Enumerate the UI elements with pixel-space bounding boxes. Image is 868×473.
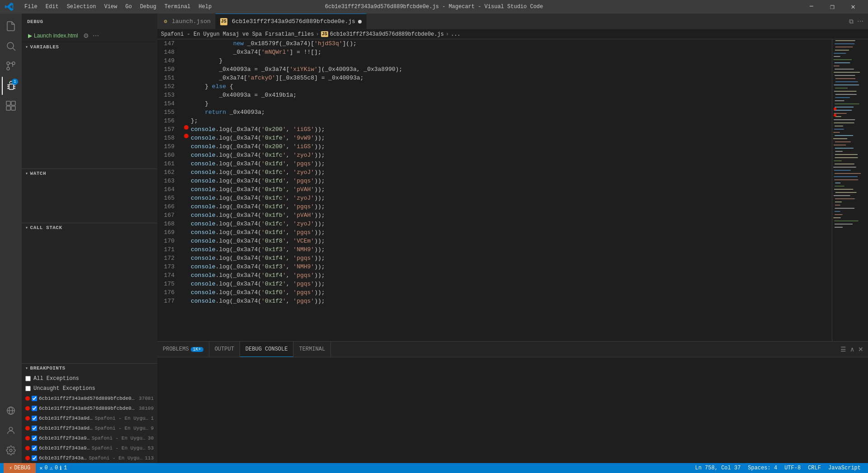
debug-icon[interactable]: 1	[2, 77, 20, 95]
menu-file[interactable]: File	[21, 3, 41, 11]
indentation[interactable]: Spaces: 4	[744, 465, 781, 471]
line-number: 162	[159, 168, 182, 177]
bp-checkbox-3[interactable]	[32, 416, 37, 421]
breakpoint-item[interactable]: 6cb1e31ff2f343a9d576d889bfcbde0e.js Spaf…	[22, 453, 157, 463]
bp-checkbox-2[interactable]	[32, 406, 37, 411]
language-mode[interactable]: JavaScript	[825, 465, 864, 471]
menu-edit[interactable]: Edit	[42, 3, 62, 11]
encoding[interactable]: UTF-8	[781, 465, 804, 471]
extensions-icon[interactable]	[2, 97, 20, 115]
minimize-button[interactable]: −	[801, 0, 822, 14]
settings-gear-button[interactable]: ⚙	[82, 31, 90, 40]
settings-icon[interactable]	[2, 441, 20, 459]
bp-checkbox-4[interactable]	[32, 426, 37, 431]
bp-checkbox-6[interactable]	[32, 445, 37, 451]
breakpoint-item[interactable]: 6cb1e31ff2f343a9d576d889bfcbde0e_beautif…	[22, 403, 157, 413]
remote-icon[interactable]	[2, 402, 20, 420]
minimap[interactable]	[832, 39, 868, 341]
menu-help[interactable]: Help	[195, 3, 215, 11]
breakpoint-item[interactable]: 6cb1e31ff2f343a9d576d889bfcbde0e.js Spaf…	[22, 433, 157, 443]
callstack-header[interactable]: ▾ CALL STACK	[22, 223, 157, 232]
uncaught-exceptions-checkbox[interactable]	[25, 386, 31, 391]
line-content: console.log(_0x3a74('0x1fb', 'pVAH'));	[191, 211, 832, 220]
line-content: console.log(_0x3a74('0x1f4', 'pgqs'));	[191, 254, 832, 262]
bp-checkbox-7[interactable]	[32, 455, 37, 461]
line-number: 167	[159, 211, 182, 220]
code-editor: 147 new _0x18579f(_0x3a74)['hjdS3q']();1…	[157, 39, 868, 341]
menu-terminal[interactable]: Terminal	[161, 3, 194, 11]
cursor-position[interactable]: Ln 758, Col 37	[692, 465, 745, 471]
code-content[interactable]: 147 new _0x18579f(_0x3a74)['hjdS3q']();1…	[157, 39, 832, 341]
panel-tab-terminal[interactable]: TERMINAL	[293, 342, 331, 357]
line-content: console.log(_0x3a74('0x1f0', 'pgqs'));	[191, 288, 832, 297]
svg-rect-14	[11, 101, 15, 105]
bp-line-6: 53	[148, 445, 154, 451]
play-icon: ▶	[28, 33, 32, 39]
breakpoint-item[interactable]: 6cb1e31ff2f343a9d576d889bfcbde0e.js Spaf…	[22, 423, 157, 433]
tab-label-js: 6cb1e31ff2f343a9d576d889bfcbde0e.js	[232, 18, 355, 25]
variables-header[interactable]: ▾ VARIABLES	[22, 42, 157, 52]
title-bar: File Edit Selection View Go Debug Termin…	[0, 0, 868, 14]
tab-launch-json[interactable]: ⚙ launch.json	[157, 14, 216, 29]
close-button[interactable]: ✕	[843, 0, 863, 14]
breakpoint-item[interactable]: 6cb1e31ff2f343a9d576d889bfcbde0e.js Spaf…	[22, 443, 157, 453]
bp-location-7: Spafoni - En Uygun Masaj ve Spa Fırsatla…	[89, 455, 143, 461]
line-number: 159	[159, 142, 182, 151]
accounts-icon[interactable]	[2, 421, 20, 440]
line-content: console.log(_0x3a74('0x1fd', 'pgqs'));	[191, 228, 832, 237]
watch-header[interactable]: ▾ WATCH	[22, 169, 157, 178]
bp-circle-icon	[184, 125, 189, 130]
line-content: _0x40093a = _0x3a74['xiYKiw'](_0x40093a,…	[191, 65, 832, 74]
bp-checkbox-5[interactable]	[32, 436, 37, 441]
line-number: 148	[159, 48, 182, 56]
split-editor-button[interactable]: ⧉	[848, 17, 854, 26]
breadcrumb-symbol[interactable]: ...	[451, 31, 461, 37]
bp-line-3: 1	[151, 416, 154, 421]
breakpoint-item[interactable]: 6cb1e31ff2f343a9d576d889bfcbde0e.js Spaf…	[22, 413, 157, 423]
line-content: }	[191, 56, 832, 65]
activity-bar: 1	[0, 14, 22, 463]
panel-tab-problems[interactable]: PROBLEMS 1K+	[157, 342, 209, 357]
debug-indicator[interactable]: ⚡ DEBUG	[4, 463, 36, 473]
status-bar: ⚡ DEBUG ✕ 0 ⚠ 0 ℹ 1 Ln 758, Col 37 Space…	[0, 463, 868, 473]
maximize-button[interactable]: ❐	[822, 0, 843, 14]
panel-content[interactable]	[157, 357, 868, 463]
code-line-155: 155 return _0x40093a;	[159, 108, 832, 117]
tab-main-js[interactable]: JS 6cb1e31ff2f343a9d576d889bfcbde0e.js	[216, 14, 367, 29]
panel-list-view-button[interactable]: ☰	[840, 345, 847, 354]
breadcrumb-folder[interactable]: Spafoni - En Uygun Masaj ve Spa Fırsatla…	[161, 31, 314, 37]
all-exceptions-item[interactable]: All Exceptions	[22, 374, 157, 384]
uncaught-exceptions-item[interactable]: Uncaught Exceptions	[22, 384, 157, 393]
source-control-icon[interactable]	[2, 57, 20, 75]
code-line-175: 175console.log(_0x3a74('0x1f2', 'pgqs'))…	[159, 280, 832, 288]
code-line-149: 149 }	[159, 56, 832, 65]
breadcrumb-file[interactable]: 6cb1e31ff2f343a9d576d889bfcbde0e.js	[330, 31, 444, 37]
line-endings[interactable]: CRLF	[804, 465, 825, 471]
more-actions-button[interactable]: ⋯	[856, 17, 864, 26]
panel-collapse-button[interactable]: ∧	[849, 345, 855, 354]
breakpoint-item[interactable]: 6cb1e31ff2f343a9d576d889bfcbde0e_beautif…	[22, 393, 157, 403]
svg-rect-16	[11, 106, 15, 110]
menu-bar: File Edit Selection View Go Debug Termin…	[21, 3, 215, 11]
files-icon[interactable]	[2, 17, 20, 35]
errors-item[interactable]: ✕ 0 ⚠ 0 ℹ 1	[36, 463, 71, 473]
search-icon[interactable]	[2, 37, 20, 55]
all-exceptions-checkbox[interactable]	[25, 376, 31, 381]
panel-tab-output[interactable]: OUTPUT	[209, 342, 240, 357]
launch-button[interactable]: ▶ Launch index.html	[25, 32, 80, 40]
bp-checkbox-1[interactable]	[32, 396, 37, 401]
ellipsis-button[interactable]: ⋯	[92, 31, 100, 40]
bp-circle-icon	[184, 134, 189, 138]
panel-tab-debug-console[interactable]: DEBUG CONSOLE	[240, 342, 294, 357]
menu-selection[interactable]: Selection	[63, 3, 100, 11]
panel-close-button[interactable]: ✕	[857, 345, 864, 354]
menu-debug[interactable]: Debug	[137, 3, 160, 11]
breakpoints-header[interactable]: ▾ BREAKPOINTS	[22, 364, 157, 373]
menu-go[interactable]: Go	[122, 3, 135, 11]
panel-tabs: PROBLEMS 1K+ OUTPUT DEBUG CONSOLE TERMIN…	[157, 342, 868, 357]
code-line-157: 157console.log(_0x3a74('0x200', 'iiGS'))…	[159, 125, 832, 134]
menu-view[interactable]: View	[100, 3, 121, 11]
line-content: }	[191, 99, 832, 108]
line-number: 161	[159, 159, 182, 168]
line-number: 156	[159, 117, 182, 125]
